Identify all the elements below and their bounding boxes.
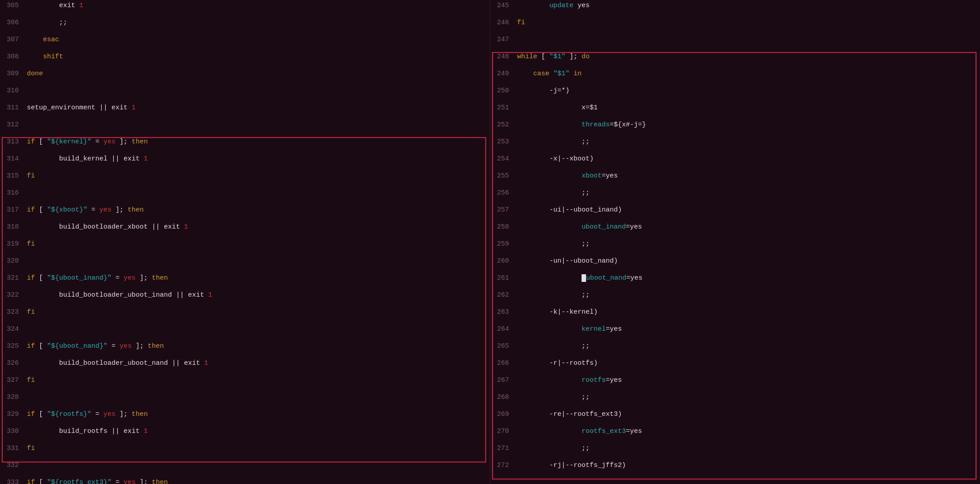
line-code: rootfs=yes <box>517 376 622 384</box>
token: yes <box>124 479 136 484</box>
token: build_rootfs <box>27 428 111 435</box>
token: rootfs <box>582 376 606 384</box>
line-code: -rj|--rootfs_jffs2) <box>517 462 626 469</box>
code-line: 313if [ "${kernel}" = yes ]; then <box>0 138 490 155</box>
code-line: 261 uboot_nand=yes <box>490 274 980 291</box>
code-line: 255 xboot=yes <box>490 172 980 189</box>
token: ;; <box>517 240 590 248</box>
token <box>517 2 549 9</box>
token: "$1" <box>553 70 569 78</box>
token: ;; <box>517 445 590 452</box>
token: ]; <box>565 53 582 60</box>
code-line: 321if [ "${uboot_inand}" = yes ]; then <box>0 274 490 291</box>
code-line: 325if [ "${uboot_nand}" = yes ]; then <box>0 342 490 359</box>
token: =yes <box>626 274 642 282</box>
token <box>517 274 582 282</box>
code-line: 330 build_rootfs || exit 1 <box>0 428 490 445</box>
line-code: ;; <box>27 19 67 26</box>
token: ]; <box>136 274 152 282</box>
token: esac <box>27 36 59 43</box>
line-number: 271 <box>494 445 517 452</box>
token: do <box>582 53 590 60</box>
token: then <box>148 342 164 350</box>
token: uboot_inand <box>582 223 626 231</box>
line-number: 311 <box>4 104 27 112</box>
line-code: build_bootloader_uboot_inand || exit 1 <box>27 291 212 299</box>
line-code: ;; <box>517 189 590 197</box>
line-number: 245 <box>494 2 517 9</box>
code-line: 317if [ "${xboot}" = yes ]; then <box>0 206 490 223</box>
line-number: 333 <box>4 479 27 484</box>
token: then <box>152 479 168 484</box>
token: 1 <box>144 155 148 163</box>
token: yes <box>99 206 111 214</box>
token: -ui|--uboot_inand) <box>517 206 622 214</box>
token: 1 <box>132 104 136 112</box>
token: = <box>111 274 124 282</box>
token: "${rootfs_ext3}" <box>47 479 111 484</box>
code-line: 310 <box>0 87 490 104</box>
code-line: 312 <box>0 121 490 138</box>
code-line: 327fi <box>0 376 490 393</box>
line-number: 269 <box>494 411 517 418</box>
token: if <box>27 138 39 146</box>
token: =yes <box>626 428 642 435</box>
token: [ <box>39 206 47 214</box>
code-line: 266 -r|--rootfs) <box>490 359 980 376</box>
line-code: uboot_inand=yes <box>517 223 642 231</box>
line-number: 268 <box>494 393 517 401</box>
line-number: 270 <box>494 428 517 435</box>
token: rootfs_ext3 <box>582 428 626 435</box>
token: = <box>87 206 99 214</box>
token: = <box>91 138 103 146</box>
token: if <box>27 206 39 214</box>
token: exit <box>124 428 144 435</box>
token: done <box>27 70 43 78</box>
line-code: fi <box>27 308 35 316</box>
code-line: 326 build_bootloader_uboot_nand || exit … <box>0 359 490 376</box>
line-number: 316 <box>4 189 27 197</box>
code-line: 248while [ "$1" ]; do <box>490 53 980 70</box>
line-code: threads=${x#-j=} <box>517 121 646 129</box>
token: fi <box>27 172 35 180</box>
line-code: ;; <box>517 342 590 350</box>
line-number: 325 <box>4 342 27 350</box>
code-line: 258 uboot_inand=yes <box>490 223 980 240</box>
token: -rj|--rootfs_jffs2) <box>517 462 626 469</box>
token: xboot <box>582 172 602 180</box>
line-number: 251 <box>494 104 517 112</box>
code-line: 247 <box>490 36 980 53</box>
line-number: 247 <box>494 36 517 43</box>
line-number: 254 <box>494 155 517 163</box>
line-code: fi <box>27 445 35 452</box>
token: ]; <box>132 342 148 350</box>
code-line: 306 ;; <box>0 19 490 36</box>
line-code: while [ "$1" ]; do <box>517 53 590 60</box>
code-line: 324 <box>0 325 490 342</box>
line-number: 252 <box>494 121 517 129</box>
line-code: ;; <box>517 393 590 401</box>
token: then <box>132 411 148 418</box>
line-code: rootfs_ext3=yes <box>517 428 642 435</box>
code-line: 270 rootfs_ext3=yes <box>490 428 980 445</box>
line-code: x=$1 <box>517 104 598 112</box>
line-number: 249 <box>494 70 517 78</box>
line-number: 262 <box>494 291 517 299</box>
line-code: esac <box>27 36 59 43</box>
token: =yes <box>626 223 642 231</box>
code-line: 251 x=$1 <box>490 104 980 121</box>
token: ]; <box>116 138 132 146</box>
line-code: -un|--uboot_nand) <box>517 257 618 265</box>
code-line: 253 ;; <box>490 138 980 155</box>
line-number: 314 <box>4 155 27 163</box>
token: ;; <box>27 19 67 26</box>
code-line: 263 -k|--kernel) <box>490 308 980 325</box>
token: -un|--uboot_nand) <box>517 257 618 265</box>
token: =yes <box>606 325 622 333</box>
line-number: 322 <box>4 291 27 299</box>
code-line: 264 kernel=yes <box>490 325 980 342</box>
line-code: build_rootfs || exit 1 <box>27 428 148 435</box>
line-number: 258 <box>494 223 517 231</box>
code-line: 314 build_kernel || exit 1 <box>0 155 490 172</box>
token: || <box>172 359 184 367</box>
